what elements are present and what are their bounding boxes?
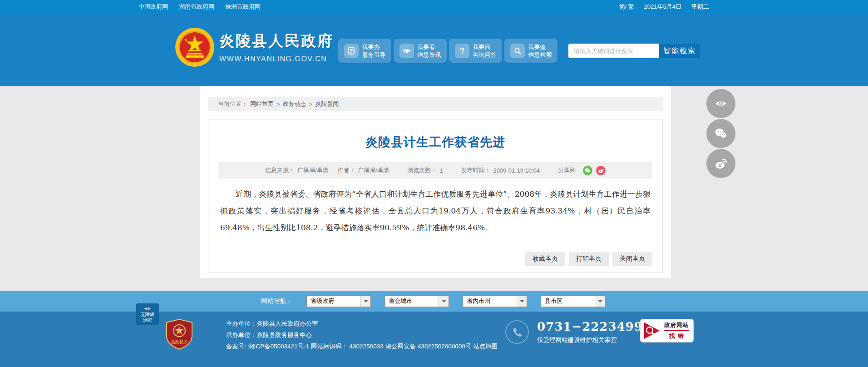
chevron-down-icon[interactable] xyxy=(360,296,370,307)
phone-number: 0731−22234995 xyxy=(537,320,651,333)
meta-views-value: 1 xyxy=(439,167,443,174)
meta-author-label: 作者： xyxy=(338,166,355,174)
wechat-icon[interactable] xyxy=(583,166,592,175)
nav-selects: 省级政府 省会城市 省内市州 县市区 xyxy=(306,295,605,307)
service-label: 我要看 信息资讯 xyxy=(418,43,441,59)
print-page-button[interactable]: 打印本页 xyxy=(569,252,609,266)
meta-publish-value: 2009-01-19 10:04 xyxy=(493,167,540,174)
share-icons xyxy=(583,166,606,175)
select-capital-cities[interactable]: 省会城市 xyxy=(385,295,449,307)
eye-icon[interactable] xyxy=(706,89,735,118)
weibo-icon[interactable] xyxy=(596,166,606,175)
quick-service-buttons: 我要办 服务引导 我要看 信息资讯 我要问 咨询问答 xyxy=(338,39,557,63)
article-actions: 收藏本页 打印本页 关闭本页 xyxy=(525,252,652,266)
meta-source-value: 广播局/卓潇 xyxy=(297,166,329,174)
document-icon xyxy=(344,44,359,58)
eye-icon xyxy=(144,306,151,311)
breadcrumb-separator: > xyxy=(276,101,280,108)
site-name[interactable]: 炎陵县人民政府 xyxy=(219,31,334,51)
party-gov-badge[interactable]: 党政机关 xyxy=(165,319,193,350)
bookmark-page-button[interactable]: 收藏本页 xyxy=(525,252,565,266)
phone-icon xyxy=(505,320,529,344)
article-body: 近期，炎陵县被省委、省政府评为“全省人口和计划生育工作优质服务先进单位”。200… xyxy=(220,186,651,236)
select-value: 省级政府 xyxy=(311,297,334,305)
select-provincial-gov[interactable]: 省级政府 xyxy=(306,295,371,307)
national-emblem-logo[interactable] xyxy=(175,26,215,68)
select-value: 省内市州 xyxy=(467,297,490,305)
article-card: 炎陵县计生工作获省先进 信息来源： 广播局/卓潇 作者： 广播局/卓潇 浏览次数… xyxy=(208,119,663,273)
site-search: 智能检索 xyxy=(568,44,700,58)
lang-toggle[interactable]: 简/ 繁 xyxy=(619,3,634,11)
divider xyxy=(664,330,689,331)
meta-publish-label: 发布时间： xyxy=(461,166,490,174)
wechat-icon[interactable] xyxy=(706,119,735,148)
select-value: 省会城市 xyxy=(389,297,412,305)
host-line: 主办单位：炎陵县人民政府办公室 xyxy=(226,318,498,329)
service-button-wen[interactable]: 我要问 咨询问答 xyxy=(449,39,502,63)
breadcrumb-news[interactable]: 炎陵新闻 xyxy=(315,100,339,108)
breadcrumb-zhengwu[interactable]: 政务动态 xyxy=(283,100,306,108)
share-label: 分享到 xyxy=(558,166,576,174)
link-zhuzhou-gov[interactable]: 株洲市政府网 xyxy=(225,3,261,11)
gov-links: 中国政府网 湖南省政府网 株洲市政府网 xyxy=(138,0,261,14)
shield-label: 党政机关 xyxy=(171,339,188,344)
contact-phone-block: 0731−22234995 仅受理网站建设维护相关事宜 xyxy=(505,320,651,344)
content-panel: 当前位置： 网站首页 > 政务动态 > 炎陵新闻 炎陵县计生工作获省先进 信息来… xyxy=(200,86,671,278)
service-button-cha[interactable]: 我要查 信息检索 xyxy=(504,39,557,63)
footer: 无障碍 浏览 党政机关 主办单位：炎陵县人民政府办公室 承办单位：炎陵县政务服务… xyxy=(0,312,868,367)
topbar-right: 简/ 繁 2021年5月4日 星期二 xyxy=(619,0,709,14)
main-content-band: 当前位置： 网站首页 > 政务动态 > 炎陵新闻 炎陵县计生工作获省先进 信息来… xyxy=(0,86,868,291)
error-report-icon xyxy=(643,322,661,340)
site-nav-label: 网站导航： xyxy=(261,297,293,305)
service-label: 我要问 咨询问答 xyxy=(473,43,497,59)
current-weekday: 星期二 xyxy=(691,3,709,11)
accessibility-button[interactable]: 无障碍 浏览 xyxy=(136,303,159,325)
phone-note: 仅受理网站建设维护相关事宜 xyxy=(537,336,651,344)
gov-site-error-report-badge[interactable]: 政府网站 找错 xyxy=(640,319,694,342)
link-hunan-gov[interactable]: 湖南省政府网 xyxy=(179,3,214,11)
question-icon xyxy=(455,44,469,58)
organizer-line: 承办单位：炎陵县政务服务中心 xyxy=(226,329,498,341)
meta-views-label: 浏览次数： xyxy=(407,166,437,174)
accessibility-label: 无障碍 浏览 xyxy=(141,312,154,323)
close-page-button[interactable]: 关闭本页 xyxy=(612,252,652,266)
current-date: 2021年5月4日 xyxy=(644,3,681,11)
floating-sidebar xyxy=(706,89,735,178)
service-label: 我要查 信息检索 xyxy=(528,43,552,59)
meta-source-label: 信息来源： xyxy=(265,166,295,174)
eye-icon xyxy=(399,44,414,58)
smart-search-button[interactable]: 智能检索 xyxy=(659,44,700,58)
service-button-banli[interactable]: 我要办 服务引导 xyxy=(338,39,391,63)
breadcrumb-home[interactable]: 网站首页 xyxy=(250,100,274,108)
service-button-kan[interactable]: 我要看 信息资讯 xyxy=(394,39,447,63)
chevron-down-icon[interactable] xyxy=(439,296,449,307)
weibo-icon[interactable] xyxy=(706,149,735,178)
select-value: 县市区 xyxy=(545,297,562,305)
chevron-down-icon[interactable] xyxy=(517,296,527,307)
select-province-cities[interactable]: 省内市州 xyxy=(463,295,527,307)
meta-author-value: 广播局/卓潇 xyxy=(358,166,390,174)
select-counties[interactable]: 县市区 xyxy=(541,295,605,307)
chevron-down-icon[interactable] xyxy=(595,296,605,307)
footer-info: 主办单位：炎陵县人民政府办公室 承办单位：炎陵县政务服务中心 备案号: 湘ICP… xyxy=(226,318,498,352)
breadcrumb: 当前位置： 网站首页 > 政务动态 > 炎陵新闻 xyxy=(208,97,663,111)
site-url: WWW.HNYANLING.GOV.CN xyxy=(219,55,334,63)
service-label: 我要办 服务引导 xyxy=(362,43,386,59)
top-utility-bar: 中国政府网 湖南省政府网 株洲市政府网 简/ 繁 2021年5月4日 星期二 xyxy=(0,0,868,14)
breadcrumb-label: 当前位置： xyxy=(218,100,247,108)
article-meta-bar: 信息来源： 广播局/卓潇 作者： 广播局/卓潇 浏览次数： 1 发布时间： 20… xyxy=(218,162,652,179)
error-badge-text: 政府网站 找错 xyxy=(664,322,689,340)
site-identity: 炎陵县人民政府 WWW.HNYANLING.GOV.CN xyxy=(219,31,334,63)
article-title: 炎陵县计生工作获省先进 xyxy=(208,134,662,150)
site-header: 炎陵县人民政府 WWW.HNYANLING.GOV.CN 我要办 服务引导 我要… xyxy=(0,14,868,86)
link-china-gov[interactable]: 中国政府网 xyxy=(138,3,168,11)
breadcrumb-separator: > xyxy=(309,101,313,108)
icp-line: 备案号: 湘ICP备05003421号-1 网站标识码： 4302250033 … xyxy=(226,341,498,352)
search-input[interactable] xyxy=(568,44,659,58)
search-icon xyxy=(510,44,525,58)
sitemap-link[interactable]: 站点地图 xyxy=(473,343,498,350)
footer-nav-band: 网站导航： 省级政府 省会城市 省内市州 县市区 xyxy=(0,291,868,312)
